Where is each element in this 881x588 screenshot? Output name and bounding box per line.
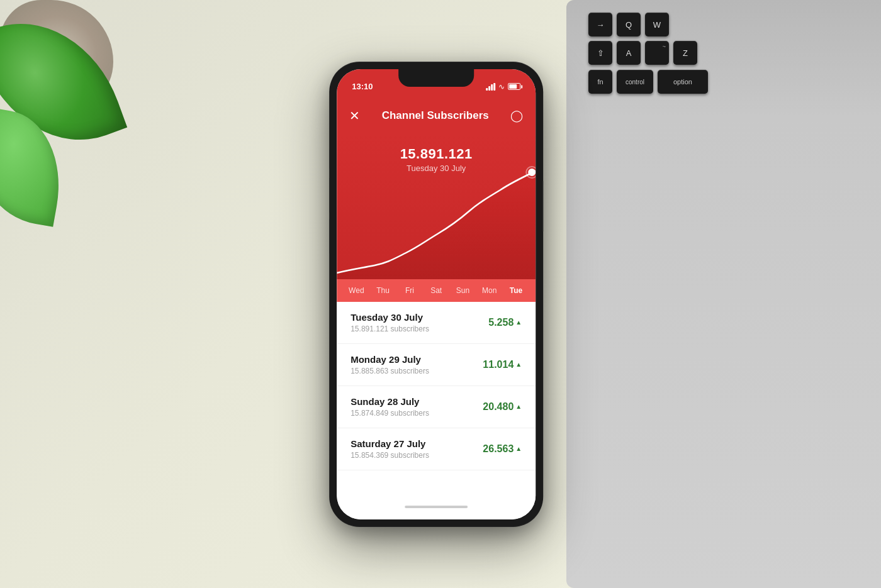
- phone-body: 13:10 ∿ ✕ Channel Subscri: [329, 62, 543, 527]
- close-button[interactable]: ✕: [349, 108, 360, 123]
- row-subtitle-2: 15.885.863 subscribers: [351, 367, 429, 375]
- row-value-2: 11.014 ▲: [483, 359, 522, 370]
- phone-volume-up-button: [329, 178, 330, 213]
- key-z[interactable]: Z: [673, 41, 697, 65]
- key-w[interactable]: W: [645, 13, 669, 36]
- row-subtitle-3: 15.874.849 subscribers: [351, 409, 429, 418]
- up-arrow-icon: ▲: [515, 319, 522, 326]
- days-bar: Wed Thu Fri Sat Sun Mon Tue: [337, 279, 536, 302]
- status-time: 13:10: [352, 82, 373, 91]
- key-fn[interactable]: fn: [588, 70, 612, 94]
- phone-volume-down-button: [329, 219, 330, 253]
- row-subtitle-4: 15.854.369 subscribers: [351, 451, 429, 460]
- day-sat[interactable]: Sat: [423, 286, 449, 295]
- phone-screen: 13:10 ∿ ✕ Channel Subscri: [337, 69, 536, 519]
- row-value-4: 26.563 ▲: [483, 443, 522, 455]
- list-item[interactable]: Tuesday 30 July 15.891.121 subscribers 5…: [337, 302, 536, 344]
- day-wed[interactable]: Wed: [343, 286, 369, 295]
- key-tab[interactable]: →: [588, 13, 612, 36]
- phone-notch: [398, 69, 474, 87]
- key-tilde[interactable]: ~: [645, 41, 669, 65]
- battery-icon: [508, 83, 520, 90]
- row-title-3: Sunday 28 July: [351, 396, 429, 407]
- keyboard-row-3: fn control option: [588, 70, 872, 94]
- row-subtitle-1: 15.891.121 subscribers: [351, 325, 429, 333]
- phone: 13:10 ∿ ✕ Channel Subscri: [329, 62, 543, 527]
- up-arrow-icon: ▲: [515, 403, 522, 410]
- signal-icon: [486, 83, 495, 91]
- row-title-4: Saturday 27 July: [351, 438, 429, 449]
- page-title: Channel Subscribers: [382, 109, 489, 122]
- key-q[interactable]: Q: [617, 13, 641, 36]
- day-mon[interactable]: Mon: [476, 286, 503, 295]
- list-item[interactable]: Monday 29 July 15.885.863 subscribers 11…: [337, 344, 536, 386]
- laptop-keyboard: → Q W ⇧ A ~ Z fn control option: [566, 0, 881, 588]
- up-arrow-icon: ▲: [515, 445, 522, 452]
- key-a[interactable]: A: [617, 41, 641, 65]
- status-icons: ∿: [486, 82, 520, 91]
- day-thu[interactable]: Thu: [369, 286, 396, 295]
- key-shift[interactable]: ⇧: [588, 41, 612, 65]
- list-item[interactable]: Saturday 27 July 15.854.369 subscribers …: [337, 428, 536, 470]
- phone-power-button: [542, 181, 543, 231]
- row-value-3: 20.480 ▲: [483, 401, 522, 413]
- svg-point-0: [528, 169, 536, 176]
- keyboard-row-1: → Q W: [588, 13, 872, 36]
- chart-area: 15.891.121 Tuesday 30 July: [337, 135, 536, 279]
- wifi-icon: ∿: [498, 82, 505, 91]
- day-fri[interactable]: Fri: [396, 286, 423, 295]
- home-bar: [405, 506, 468, 508]
- list-item[interactable]: Sunday 28 July 15.874.849 subscribers 20…: [337, 386, 536, 428]
- phone-silent-button: [329, 150, 330, 169]
- data-list: Tuesday 30 July 15.891.121 subscribers 5…: [337, 302, 536, 519]
- row-title-1: Tuesday 30 July: [351, 312, 429, 323]
- app-header: ✕ Channel Subscribers ◯: [337, 97, 536, 135]
- plant-decoration: [0, 0, 170, 302]
- key-option[interactable]: option: [658, 70, 708, 94]
- key-control[interactable]: control: [617, 70, 653, 94]
- camera-button[interactable]: ◯: [510, 109, 523, 123]
- day-tue[interactable]: Tue: [503, 286, 529, 295]
- day-sun[interactable]: Sun: [449, 286, 476, 295]
- row-title-2: Monday 29 July: [351, 354, 429, 365]
- keyboard-row-2: ⇧ A ~ Z: [588, 41, 872, 65]
- chart-main-number: 15.891.121: [337, 146, 536, 162]
- chart-svg: [337, 166, 536, 279]
- row-value-1: 5.258 ▲: [488, 317, 522, 328]
- up-arrow-icon: ▲: [515, 361, 522, 368]
